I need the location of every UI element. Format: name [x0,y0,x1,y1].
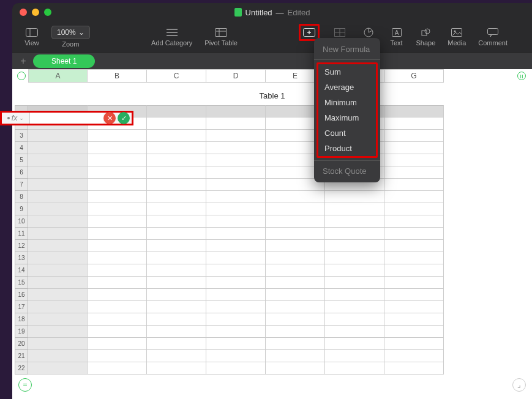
column-header-b[interactable]: B [88,69,147,83]
cell[interactable] [147,338,206,350]
cell[interactable] [384,264,444,277]
column-header-c[interactable]: C [147,69,206,83]
cell[interactable] [266,338,325,350]
cell[interactable] [266,326,325,338]
cell[interactable] [88,142,147,154]
cell[interactable] [28,277,88,289]
cell[interactable] [88,240,147,252]
cell[interactable] [147,313,206,326]
add-column-handle[interactable]: ıı [515,69,528,83]
row-header[interactable]: 15 [15,277,28,289]
cell[interactable] [206,326,266,338]
cell[interactable] [206,350,266,362]
row-header[interactable]: 8 [15,191,28,203]
row-header[interactable]: 10 [15,215,28,228]
select-all-corner[interactable] [15,69,28,83]
menu-product[interactable]: Product [318,141,376,156]
cell[interactable] [384,350,444,362]
cell[interactable] [28,154,88,166]
media-button[interactable]: Media [448,27,466,47]
cell[interactable] [147,179,206,191]
column-header-g[interactable]: G [384,69,444,83]
cell[interactable] [147,117,206,130]
cell[interactable] [206,301,266,313]
view-button[interactable]: View [24,27,39,47]
row-header[interactable]: 14 [15,264,28,277]
cell[interactable] [28,338,88,350]
cell[interactable] [266,252,325,264]
cell[interactable] [206,191,266,203]
cell[interactable] [206,313,266,326]
cell[interactable] [384,154,444,166]
cell[interactable] [88,313,147,326]
cell[interactable] [147,277,206,289]
cell[interactable] [384,240,444,252]
cell[interactable] [266,350,325,362]
minimize-window-button[interactable] [32,9,39,16]
menu-average[interactable]: Average [318,80,376,95]
cell[interactable] [88,264,147,277]
cell[interactable] [147,350,206,362]
cell[interactable] [147,215,206,228]
cell[interactable] [325,350,384,362]
cell[interactable] [325,240,384,252]
cell[interactable] [206,289,266,301]
row-header[interactable]: 18 [15,313,28,326]
cell[interactable] [147,362,206,375]
cell[interactable] [147,326,206,338]
cell[interactable] [206,142,266,154]
cell[interactable] [266,362,325,375]
row-header[interactable]: 17 [15,301,28,313]
cell[interactable] [147,252,206,264]
cell[interactable] [88,154,147,166]
cell[interactable] [88,326,147,338]
cell[interactable] [206,117,266,130]
cell[interactable] [266,289,325,301]
cell[interactable] [147,228,206,240]
row-header[interactable]: 13 [15,252,28,264]
cell[interactable] [147,203,206,215]
row-header[interactable]: 5 [15,154,28,166]
cell[interactable] [88,166,147,179]
cell[interactable] [28,203,88,215]
cell[interactable] [206,277,266,289]
cell[interactable] [384,215,444,228]
fullscreen-window-button[interactable] [44,9,51,16]
cell[interactable] [206,105,266,117]
cell[interactable] [384,130,444,142]
cell[interactable] [384,301,444,313]
cell[interactable] [28,240,88,252]
zoom-control[interactable]: 100% ⌄ Zoom [51,26,90,48]
cell[interactable] [88,350,147,362]
cell[interactable] [28,350,88,362]
menu-count[interactable]: Count [318,125,376,141]
cell[interactable] [384,277,444,289]
formula-cancel-button[interactable]: ✕ [103,112,116,124]
cell[interactable] [325,301,384,313]
cell[interactable] [266,191,325,203]
cell[interactable] [28,301,88,313]
formula-accept-button[interactable]: ✓ [118,112,130,124]
cell[interactable] [384,117,444,130]
cell[interactable] [147,240,206,252]
cell[interactable] [206,154,266,166]
row-header[interactable]: 6 [15,166,28,179]
row-header[interactable]: 4 [15,142,28,154]
menu-stock-quote[interactable]: Stock Quote [314,163,380,179]
cell[interactable] [206,130,266,142]
cell[interactable] [384,166,444,179]
cell[interactable] [266,215,325,228]
cell[interactable] [266,264,325,277]
cell[interactable] [88,289,147,301]
cell[interactable] [147,154,206,166]
row-header[interactable]: 7 [15,179,28,191]
cell[interactable] [266,240,325,252]
menu-new-formula[interactable]: New Formula [314,42,380,57]
table-title[interactable]: Table 1 [12,83,532,105]
close-window-button[interactable] [20,9,27,16]
cell[interactable] [88,252,147,264]
cell[interactable] [266,228,325,240]
row-header[interactable]: 20 [15,338,28,350]
cell[interactable] [206,166,266,179]
cell[interactable] [28,289,88,301]
